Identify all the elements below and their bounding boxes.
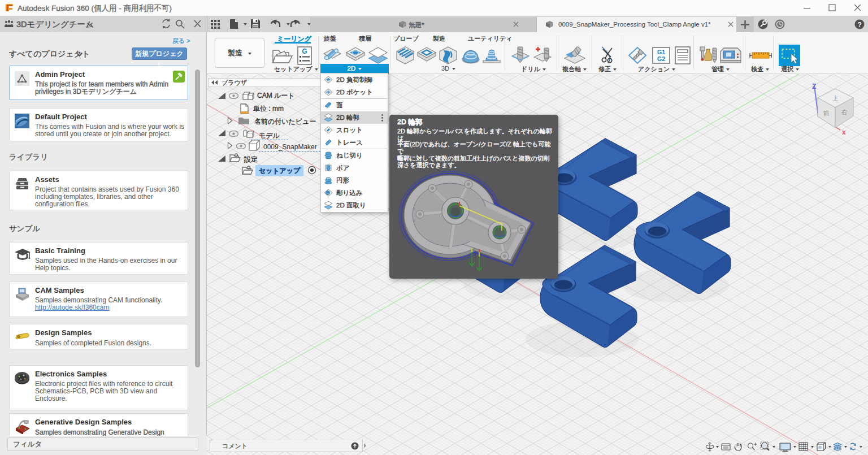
svg-text:Z: Z (812, 83, 816, 90)
svg-text:G1: G1 (657, 49, 665, 55)
svg-text:?: ? (857, 21, 862, 29)
svg-text:上: 上 (832, 95, 839, 102)
svg-text:右: 右 (841, 108, 848, 115)
svg-text:x: x (842, 128, 846, 136)
svg-text:G2: G2 (657, 55, 665, 62)
svg-text:前: 前 (822, 109, 830, 117)
svg-text:G: G (302, 47, 307, 55)
